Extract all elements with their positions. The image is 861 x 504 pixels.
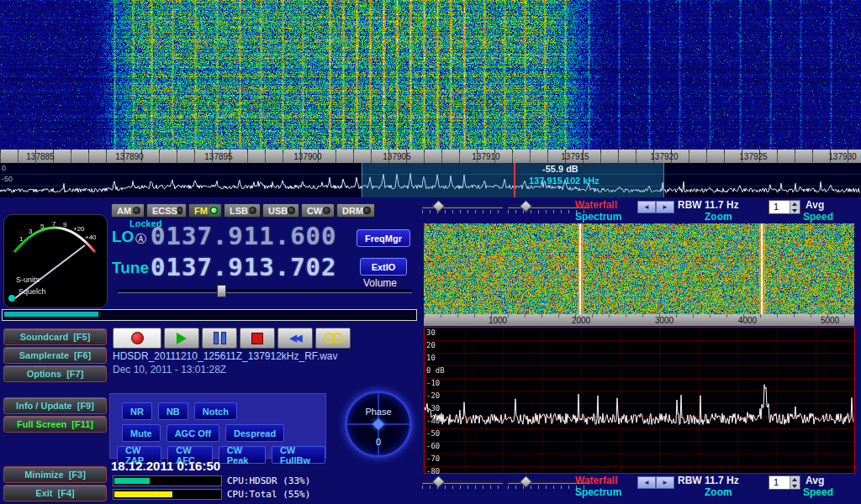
dsp-button-despread[interactable]: Despread xyxy=(225,424,284,442)
freq-ruler-label: 137905 xyxy=(383,152,410,161)
cpu-total-fill xyxy=(114,491,172,497)
extio-button[interactable]: ExtIO xyxy=(360,258,407,276)
spinner-up-icon[interactable] xyxy=(790,476,800,483)
mode-button-cw[interactable]: CW xyxy=(301,203,335,218)
arrow-right-icon[interactable]: ► xyxy=(656,201,674,213)
avg-spinner[interactable] xyxy=(790,476,800,489)
s-meter-tick-label: 1 xyxy=(19,235,23,243)
zoom-spectrum-canvas[interactable] xyxy=(425,328,854,473)
menu-button-minimize[interactable]: Minimize[F3] xyxy=(3,466,107,483)
dsp-button-mute[interactable]: Mute xyxy=(122,424,161,442)
frequency-ruler[interactable]: 1378851378901378951379001379051379101379… xyxy=(0,150,861,163)
avg-select-value: 1 xyxy=(769,201,790,213)
spinner-down-icon[interactable] xyxy=(790,483,800,490)
arrow-right-icon[interactable]: ► xyxy=(656,476,674,489)
spectrum-toggle[interactable]: Spectrum xyxy=(575,211,621,223)
mode-button-lsb[interactable]: LSB xyxy=(224,203,261,218)
spinner-up-icon[interactable] xyxy=(790,201,800,207)
level-meter[interactable] xyxy=(2,309,417,321)
avg-label: Avg xyxy=(806,475,824,486)
stop-button[interactable] xyxy=(240,328,275,349)
phase-marker-icon xyxy=(372,418,384,430)
menu-button-info-update[interactable]: Info / Update[F9] xyxy=(3,397,107,414)
freq-ruler-label: 137895 xyxy=(204,152,232,161)
menu-button-full-screen[interactable]: Full Screen[F11] xyxy=(3,416,107,433)
mode-led-icon xyxy=(133,207,140,214)
volume-slider[interactable] xyxy=(118,289,412,293)
recording-file-name: HDSDR_20111210_125611Z_137912kHz_RF.wav xyxy=(113,350,338,362)
freq-ruler-label: 137910 xyxy=(472,152,499,161)
menu-button-options[interactable]: Options[F7] xyxy=(3,365,107,382)
arrow-left-icon[interactable]: ◄ xyxy=(637,476,656,489)
dsp-button-nr[interactable]: NR xyxy=(122,402,152,420)
dsp-button-agc-off[interactable]: AGC Off xyxy=(166,424,219,442)
zoom-spectrum-display[interactable] xyxy=(424,327,855,474)
spectrum-scale-0: 0 xyxy=(2,164,6,172)
phase-label: Phase xyxy=(347,407,409,417)
arrow-left-icon[interactable]: ◄ xyxy=(637,201,656,213)
display-control-bar: WaterfallSpectrum◄►RBW 11.7 HzZoom1AvgSp… xyxy=(420,475,858,500)
dsp-button-nb[interactable]: NB xyxy=(158,402,188,420)
spectrum-toggle[interactable]: Spectrum xyxy=(575,486,621,498)
play-button[interactable] xyxy=(164,328,199,349)
zoom-label: Zoom xyxy=(705,486,732,498)
s-meter-tick-label: 9 xyxy=(63,221,66,228)
s-meter-tick-label: 7 xyxy=(52,220,55,228)
rbw-label: RBW 11.7 Hz xyxy=(678,475,739,486)
waterfall-toggle[interactable]: Waterfall xyxy=(575,199,617,211)
menu-button-key: [F11] xyxy=(71,419,93,429)
mode-button-drm[interactable]: DRM xyxy=(336,203,375,218)
freq-ruler-label: 137915 xyxy=(561,152,589,161)
dsp-button-notch[interactable]: Notch xyxy=(194,402,237,420)
cpu-total-bar xyxy=(113,489,222,500)
phase-dial[interactable]: Phase 0 xyxy=(345,391,412,458)
db-scale-label: 30 xyxy=(426,328,436,337)
mode-led-icon xyxy=(177,207,182,214)
loop-button[interactable] xyxy=(315,328,351,349)
squelch-knob[interactable] xyxy=(8,295,15,302)
shift-arrows[interactable]: ◄► xyxy=(637,201,674,213)
spinner-down-icon[interactable] xyxy=(790,207,800,214)
dsp-row: NRNBNotch xyxy=(122,402,325,420)
menu-button-soundcard[interactable]: Soundcard[F5] xyxy=(3,328,107,345)
pause-button[interactable] xyxy=(202,328,237,349)
zoom-waterfall-display[interactable] xyxy=(424,223,854,314)
waterfall-toggle[interactable]: Waterfall xyxy=(575,475,617,486)
dsp-button-cw-peak[interactable]: CW Peak xyxy=(219,446,266,464)
rewind-button[interactable]: ◀◀ xyxy=(277,328,313,349)
mode-button-am[interactable]: AM xyxy=(111,203,145,218)
lo-frequency-digits[interactable]: 0137.911.600 xyxy=(151,222,337,250)
record-button[interactable] xyxy=(113,328,161,349)
display-slider[interactable] xyxy=(422,480,503,484)
avg-select[interactable]: 1 xyxy=(769,200,800,214)
freq-ruler-label: 137920 xyxy=(650,152,678,161)
zoom-frequency-scale[interactable]: 10002000300040005000 xyxy=(424,314,854,326)
display-slider[interactable] xyxy=(422,205,503,208)
volume-slider-thumb[interactable] xyxy=(217,285,226,297)
rbw-label: RBW 11.7 Hz xyxy=(678,199,739,211)
freq-manager-button[interactable]: FreqMgr xyxy=(357,229,410,247)
freq-ruler-label: 137930 xyxy=(828,152,856,161)
mode-label: CW xyxy=(307,206,322,216)
avg-spinner[interactable] xyxy=(790,201,800,213)
menu-button-exit[interactable]: Exit[F4] xyxy=(3,485,107,501)
mode-button-ecss[interactable]: ECSS xyxy=(146,203,187,218)
avg-select[interactable]: 1 xyxy=(769,475,800,490)
cpu-hdsdr-text: CPU:HDSDR (33%) xyxy=(227,475,310,486)
main-waterfall-display[interactable] xyxy=(0,0,861,150)
freq-ruler-label: 137925 xyxy=(739,152,767,161)
mode-led-icon xyxy=(323,207,330,214)
mode-led-icon xyxy=(210,207,218,214)
rewind-icon: ◀◀ xyxy=(290,333,301,344)
menu-button-label: Options xyxy=(27,369,62,379)
tune-frequency-digits[interactable]: 0137.913.702 xyxy=(151,253,337,281)
mode-button-usb[interactable]: USB xyxy=(262,203,299,218)
menu-button-samplerate[interactable]: Samplerate[F6] xyxy=(3,347,107,364)
passband-selection[interactable] xyxy=(362,163,664,197)
lo-auto-badge-icon[interactable]: Ⓐ xyxy=(135,232,146,247)
mode-button-fm[interactable]: FM xyxy=(188,203,222,218)
shift-arrows[interactable]: ◄► xyxy=(637,476,674,489)
dsp-button-cw-fullbw[interactable]: CW FullBw xyxy=(272,446,325,464)
lo-label: LO xyxy=(112,228,134,246)
datetime-display: 18.12.2011 0:16:50 xyxy=(111,459,220,473)
